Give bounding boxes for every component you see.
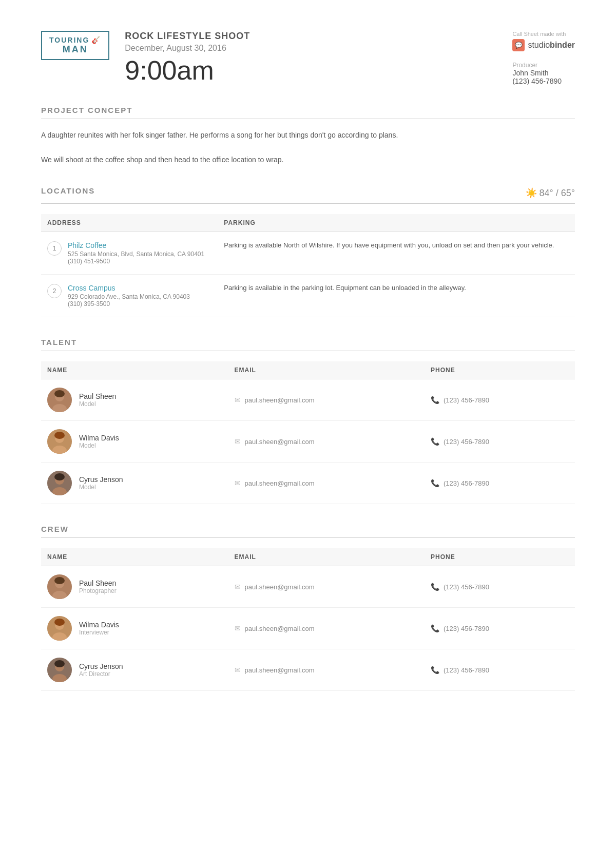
project-concept-title: PROJECT CONCEPT: [41, 106, 575, 114]
logo-touring-text: TOURING: [49, 36, 89, 44]
crew-col-name: NAME: [41, 548, 228, 566]
location-row: 2 Cross Campus 929 Colorado Ave., Santa …: [41, 275, 575, 317]
phone-icon: 📞: [431, 437, 439, 446]
person-role: Model: [79, 400, 116, 408]
location-row: 1 Philz Coffee 525 Santa Monica, Blvd, S…: [41, 232, 575, 275]
table-row: Cyrus Jenson Model ✉ paul.sheen@gmail.co…: [41, 463, 575, 504]
location-parking-cell: Parking is available North of Wilshire. …: [218, 232, 575, 275]
location-address: 525 Santa Monica, Blvd, Santa Monica, CA…: [68, 251, 204, 265]
person-phone: (123) 456-7890: [444, 583, 489, 591]
person-name-cell: Paul Sheen Model: [41, 379, 228, 421]
person-email: paul.sheen@gmail.com: [245, 666, 315, 674]
phone-icon: 📞: [431, 624, 439, 632]
logo: TOURING 🎸 MAN: [41, 31, 109, 60]
avatar: [47, 429, 72, 454]
locations-col-address: ADDRESS: [41, 214, 218, 232]
concept-divider: [41, 119, 575, 119]
svg-point-19: [54, 619, 65, 626]
sb-name: studiobinder: [528, 41, 575, 50]
person-phone-cell: 📞 (123) 456-7890: [425, 566, 575, 608]
crew-section: CREW NAME EMAIL PHONE Paul Sheen: [41, 525, 575, 691]
project-time: 9:00am: [125, 57, 250, 84]
svg-point-15: [54, 577, 65, 584]
person-name-cell: Wilma Davis Model: [41, 421, 228, 463]
logo-top: TOURING 🎸: [49, 36, 101, 44]
phone-icon: 📞: [431, 583, 439, 591]
person-role: Model: [79, 484, 123, 491]
studiobinder-logo: 💬 studiobinder: [512, 39, 575, 51]
talent-title: TALENT: [41, 338, 575, 346]
email-icon: ✉: [235, 583, 241, 591]
sb-icon: 💬: [512, 39, 525, 51]
location-address-cell: 1 Philz Coffee 525 Santa Monica, Blvd, S…: [41, 232, 218, 275]
person-name-cell: Cyrus Jenson Art Director: [41, 649, 228, 691]
person-name-cell: Cyrus Jenson Model: [41, 463, 228, 504]
avatar: [47, 471, 72, 495]
table-row: Paul Sheen Model ✉ paul.sheen@gmail.com …: [41, 379, 575, 421]
location-name: Cross Campus: [68, 284, 190, 292]
locations-col-parking: PARKING: [218, 214, 575, 232]
talent-table: NAME EMAIL PHONE Paul Sheen Model: [41, 361, 575, 504]
person-email: paul.sheen@gmail.com: [245, 625, 315, 632]
talent-col-name: NAME: [41, 361, 228, 379]
svg-point-3: [54, 390, 65, 397]
person-email: paul.sheen@gmail.com: [245, 438, 315, 446]
avatar: [47, 574, 72, 599]
person-phone-cell: 📞 (123) 456-7890: [425, 649, 575, 691]
person-name-cell: Wilma Davis Interviewer: [41, 608, 228, 649]
concept-text: A daughter reunites with her folk singer…: [41, 129, 575, 166]
page-header: TOURING 🎸 MAN ROCK LIFESTYLE SHOOT Decem…: [41, 31, 575, 85]
person-role: Interviewer: [79, 629, 119, 636]
person-phone-cell: 📞 (123) 456-7890: [425, 379, 575, 421]
avatar: [47, 616, 72, 641]
producer-name: John Smith: [512, 69, 575, 77]
locations-divider: [41, 203, 575, 204]
person-name: Paul Sheen: [79, 579, 117, 587]
table-row: Wilma Davis Interviewer ✉ paul.sheen@gma…: [41, 608, 575, 649]
person-email: paul.sheen@gmail.com: [245, 479, 315, 487]
email-icon: ✉: [235, 437, 241, 446]
location-name: Philz Coffee: [68, 241, 204, 249]
producer-label: Producer: [512, 62, 575, 69]
location-number: 2: [47, 284, 62, 298]
person-phone-cell: 📞 (123) 456-7890: [425, 608, 575, 649]
person-role: Model: [79, 442, 119, 449]
phone-icon: 📞: [431, 666, 439, 674]
location-number: 1: [47, 241, 62, 256]
concept-line2: We will shoot at the coffee shop and the…: [41, 154, 575, 166]
svg-point-11: [54, 473, 65, 480]
person-phone: (123) 456-7890: [444, 666, 489, 674]
person-email-cell: ✉ paul.sheen@gmail.com: [228, 421, 425, 463]
email-icon: ✉: [235, 666, 241, 674]
person-name: Paul Sheen: [79, 392, 116, 400]
person-email-cell: ✉ paul.sheen@gmail.com: [228, 649, 425, 691]
avatar: [47, 388, 72, 412]
crew-title: CREW: [41, 525, 575, 533]
concept-line1: A daughter reunites with her folk singer…: [41, 129, 575, 142]
made-with-label: Call Sheet made with: [512, 31, 575, 37]
header-left: TOURING 🎸 MAN ROCK LIFESTYLE SHOOT Decem…: [41, 31, 250, 84]
person-email-cell: ✉ paul.sheen@gmail.com: [228, 379, 425, 421]
person-phone: (123) 456-7890: [444, 479, 489, 487]
person-phone: (123) 456-7890: [444, 438, 489, 446]
person-phone-cell: 📞 (123) 456-7890: [425, 463, 575, 504]
crew-divider: [41, 537, 575, 538]
producer-phone: (123) 456-7890: [512, 77, 575, 85]
producer-info: Producer John Smith (123) 456-7890: [512, 62, 575, 85]
crew-col-email: EMAIL: [228, 548, 425, 566]
weather-icon: ☀️: [526, 188, 537, 198]
email-icon: ✉: [235, 624, 241, 632]
email-icon: ✉: [235, 479, 241, 487]
person-email-cell: ✉ paul.sheen@gmail.com: [228, 463, 425, 504]
table-row: Wilma Davis Model ✉ paul.sheen@gmail.com…: [41, 421, 575, 463]
header-right: Call Sheet made with 💬 studiobinder Prod…: [512, 31, 575, 85]
crew-table: NAME EMAIL PHONE Paul Sheen Photographer: [41, 548, 575, 691]
email-icon: ✉: [235, 396, 241, 404]
person-name-cell: Paul Sheen Photographer: [41, 566, 228, 608]
talent-col-phone: PHONE: [425, 361, 575, 379]
person-name: Wilma Davis: [79, 621, 119, 629]
talent-section: TALENT NAME EMAIL PHONE Paul Sheen: [41, 338, 575, 504]
person-name: Wilma Davis: [79, 434, 119, 442]
person-role: Art Director: [79, 670, 123, 678]
project-title: ROCK LIFESTYLE SHOOT: [125, 31, 250, 42]
